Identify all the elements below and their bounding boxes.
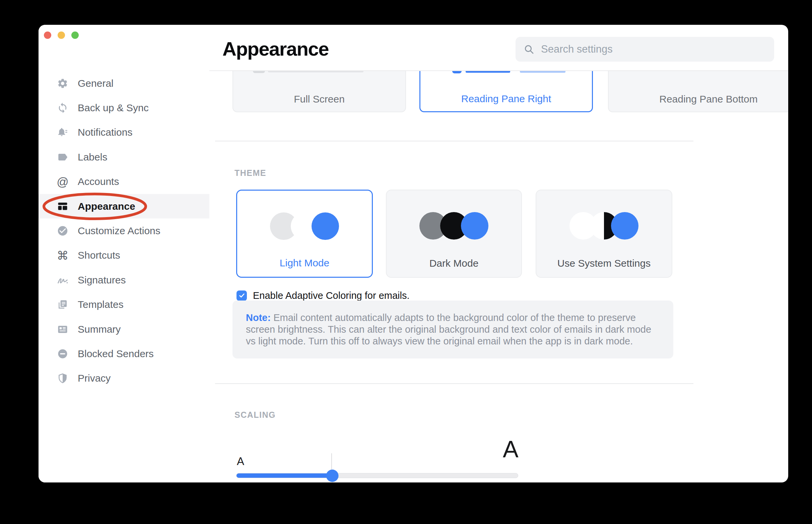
- sidebar-item-label: Labels: [78, 151, 107, 163]
- search-input[interactable]: [540, 43, 766, 55]
- theme-swatches: [569, 212, 639, 240]
- tag-icon: [56, 151, 69, 164]
- theme-card-label: Dark Mode: [386, 258, 521, 269]
- sync-icon: [56, 101, 69, 114]
- sidebar-item-back-up-sync[interactable]: Back up & Sync: [38, 96, 209, 120]
- clipped-illustration: [253, 71, 265, 73]
- adaptive-coloring-row: Enable Adaptive Coloring for emails.: [236, 289, 409, 302]
- theme-card-label: Light Mode: [237, 257, 372, 269]
- theme-section-label: THEME: [234, 168, 266, 178]
- scaling-max-label: A: [503, 438, 518, 461]
- page-title: Appearance: [222, 37, 329, 60]
- theme-swatch: [312, 212, 339, 240]
- sidebar-item-label: Back up & Sync: [78, 102, 149, 114]
- note-text: Email content automatically adapts to th…: [246, 312, 651, 346]
- sidebar-item-shortcuts[interactable]: ⌘Shortcuts: [38, 243, 209, 268]
- note-box: Note: Email content automatically adapts…: [232, 300, 673, 359]
- checkmark-icon: [238, 292, 245, 299]
- sidebar-item-label: Appearance: [78, 201, 135, 212]
- adaptive-coloring-label: Enable Adaptive Coloring for emails.: [253, 290, 409, 301]
- note-prefix: Note:: [246, 312, 271, 323]
- sidebar-item-labels[interactable]: Labels: [38, 145, 209, 169]
- clipped-illustration: [466, 71, 510, 73]
- window-controls: [44, 32, 79, 39]
- bell-icon: [56, 126, 69, 139]
- sidebar-item-signatures[interactable]: Signatures: [38, 268, 209, 292]
- shield-icon: [56, 372, 69, 384]
- summary-icon: [56, 323, 69, 336]
- clipped-illustration: [268, 71, 363, 72]
- sidebar-item-privacy[interactable]: Privacy: [38, 366, 209, 391]
- layout-card-reading-pane-right[interactable]: Reading Pane Right: [419, 71, 593, 112]
- theme-swatch: [611, 212, 639, 240]
- layout-card-full-screen[interactable]: Full Screen: [232, 71, 406, 112]
- search-icon: [524, 44, 534, 54]
- theme-swatch: [461, 212, 488, 240]
- signature-icon: [56, 274, 69, 286]
- layout-card-label: Reading Pane Bottom: [609, 94, 788, 105]
- sidebar-item-label: Summary: [78, 324, 121, 335]
- theme-swatches: [419, 212, 488, 240]
- theme-card-label: Use System Settings: [536, 258, 672, 269]
- sidebar-nav: GeneralBack up & SyncNotificationsLabels…: [38, 71, 209, 391]
- scaling-slider-track[interactable]: [236, 473, 518, 478]
- layout-card-reading-pane-bottom[interactable]: Reading Pane Bottom: [608, 71, 788, 112]
- theme-swatches: [270, 212, 339, 240]
- check-circle-icon: [56, 225, 69, 237]
- appearance-icon: [56, 200, 69, 213]
- sidebar-item-label: Customize Actions: [78, 225, 161, 236]
- clipped-illustration: [452, 71, 462, 73]
- theme-card-light-mode[interactable]: Light Mode: [236, 190, 373, 278]
- templates-icon: [56, 298, 69, 311]
- scaling-default-tick: [331, 453, 332, 470]
- sidebar-item-appearance[interactable]: Appearance: [38, 194, 209, 218]
- layout-card-label: Reading Pane Right: [420, 93, 592, 104]
- sidebar-item-label: Shortcuts: [78, 250, 120, 261]
- scaling-slider-fill: [236, 473, 332, 478]
- section-divider: [215, 383, 693, 384]
- at-icon: @: [56, 175, 69, 188]
- section-divider: [215, 141, 693, 142]
- sidebar-item-label: Signatures: [78, 274, 126, 286]
- sidebar-item-summary[interactable]: Summary: [38, 317, 209, 341]
- blocked-icon: [56, 347, 69, 360]
- minimize-button[interactable]: [57, 32, 65, 39]
- sidebar-item-general[interactable]: General: [38, 71, 209, 96]
- command-icon: ⌘: [56, 249, 69, 262]
- sidebar: GeneralBack up & SyncNotificationsLabels…: [38, 25, 209, 482]
- theme-card-dark-mode[interactable]: Dark Mode: [386, 190, 522, 278]
- theme-card-use-system-settings[interactable]: Use System Settings: [536, 190, 672, 278]
- sidebar-item-label: Templates: [78, 299, 123, 310]
- gear-icon: [56, 77, 69, 90]
- sidebar-item-label: Blocked Senders: [78, 348, 154, 360]
- settings-window: GeneralBack up & SyncNotificationsLabels…: [38, 25, 788, 482]
- scaling-min-label: A: [237, 455, 244, 468]
- adaptive-coloring-checkbox[interactable]: [236, 291, 247, 301]
- close-button[interactable]: [44, 32, 51, 39]
- sidebar-item-accounts[interactable]: @Accounts: [38, 169, 209, 194]
- scaling-section-label: SCALING: [234, 410, 276, 420]
- sidebar-item-label: Accounts: [78, 176, 119, 187]
- sidebar-item-label: General: [78, 78, 114, 89]
- sidebar-item-customize-actions[interactable]: Customize Actions: [38, 218, 209, 243]
- layout-card-label: Full Screen: [233, 94, 405, 105]
- sidebar-item-label: Privacy: [78, 373, 111, 384]
- scaling-slider-thumb[interactable]: [326, 470, 338, 482]
- clipped-illustration: [520, 71, 565, 73]
- zoom-button[interactable]: [71, 32, 79, 39]
- sidebar-item-notifications[interactable]: Notifications: [38, 120, 209, 145]
- sidebar-item-label: Notifications: [78, 127, 132, 138]
- layout-cards-row: Full ScreenReading Pane RightReading Pan…: [209, 71, 788, 113]
- sidebar-item-templates[interactable]: Templates: [38, 293, 209, 317]
- sidebar-item-blocked-senders[interactable]: Blocked Senders: [38, 341, 209, 366]
- search-field[interactable]: [516, 37, 774, 62]
